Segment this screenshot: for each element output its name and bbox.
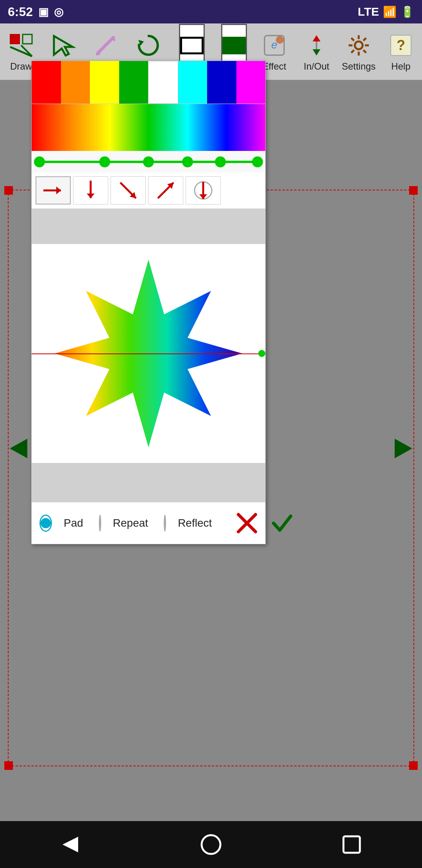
svg-line-3 (98, 38, 113, 53)
history-icon (134, 31, 162, 59)
gradient-dialog: Pad Repeat Reflect (31, 61, 266, 544)
swatch-orange[interactable] (61, 61, 90, 104)
direction-row (32, 172, 265, 209)
svg-point-10 (276, 36, 284, 44)
swatch-yellow[interactable] (90, 61, 119, 104)
slider-thumb-4[interactable] (215, 156, 226, 167)
dir-btn-diagonal-up[interactable] (148, 176, 183, 204)
bottom-options: Pad Repeat Reflect (32, 502, 265, 544)
gradient-slider-row[interactable] (32, 151, 265, 172)
swatch-magenta[interactable] (236, 61, 266, 104)
handle-bl[interactable] (4, 761, 13, 770)
sim-icon: ▣ (38, 5, 48, 18)
svg-marker-26 (395, 439, 412, 458)
swatch-red[interactable] (32, 61, 61, 104)
gradient-line-handle[interactable] (258, 350, 265, 357)
svg-marker-13 (313, 49, 320, 56)
svg-point-14 (355, 41, 363, 49)
svg-rect-43 (343, 836, 360, 853)
radio-pad-dot (41, 518, 51, 528)
svg-line-22 (351, 50, 354, 53)
toolbar-inout[interactable]: In/Out (295, 26, 338, 77)
arrow-right[interactable] (395, 437, 414, 465)
inout-label: In/Out (304, 61, 329, 72)
status-right: LTE 📶 🔋 (358, 5, 414, 18)
swatch-green[interactable] (119, 61, 148, 104)
back-button[interactable] (55, 829, 86, 860)
dir-btn-right[interactable] (36, 176, 71, 204)
svg-marker-28 (56, 187, 61, 194)
effect-label: Effect (263, 61, 286, 72)
fill-icon (220, 31, 248, 59)
dir-btn-radial[interactable] (186, 176, 221, 204)
status-bar: 6:52 ▣ ◎ LTE 📶 🔋 (0, 0, 422, 23)
svg-marker-25 (10, 439, 27, 458)
star-preview (32, 244, 265, 463)
svg-rect-0 (10, 34, 20, 44)
help-icon: ? (387, 31, 415, 59)
reflect-label: Reflect (178, 517, 212, 529)
svg-line-19 (351, 38, 354, 41)
lte-label: LTE (358, 5, 379, 18)
svg-line-21 (363, 38, 366, 41)
settings-icon (345, 31, 373, 59)
signal-icon: 📶 (383, 5, 397, 18)
time-display: 6:52 (8, 5, 33, 19)
draw-icon (7, 31, 35, 59)
handle-tl[interactable] (4, 186, 13, 195)
toolbar-settings[interactable]: Settings (338, 26, 380, 77)
cancel-button[interactable] (235, 509, 259, 537)
status-left: 6:52 ▣ ◎ (8, 5, 63, 19)
effect-icon: e (260, 31, 288, 59)
home-button[interactable] (195, 829, 227, 860)
help-label: Help (391, 61, 410, 72)
slider-thumb-2[interactable] (143, 156, 154, 167)
target-icon: ◎ (54, 5, 63, 18)
handle-br[interactable] (409, 761, 418, 770)
edit-icon (91, 31, 120, 59)
stroke-icon (178, 31, 206, 59)
gradient-line (32, 353, 265, 354)
battery-icon: 🔋 (401, 5, 414, 18)
draw-label: Draw (10, 61, 32, 72)
svg-line-1 (10, 47, 32, 56)
radio-reflect[interactable] (164, 515, 166, 532)
radio-repeat[interactable] (99, 515, 101, 532)
arrow-left[interactable] (8, 437, 27, 465)
gradient-slider-track[interactable] (39, 161, 257, 163)
settings-label: Settings (342, 61, 376, 72)
nav-bar (0, 821, 422, 868)
dir-btn-down[interactable] (73, 176, 108, 204)
color-swatches (32, 61, 265, 104)
inout-icon (302, 31, 331, 59)
handle-tr[interactable] (409, 186, 418, 195)
gradient-display (32, 104, 265, 151)
svg-marker-30 (87, 194, 95, 198)
select-icon (49, 31, 77, 59)
dir-btn-diagonal-down[interactable] (111, 176, 146, 204)
slider-thumb-1[interactable] (99, 156, 110, 167)
slider-thumb-0[interactable] (34, 156, 45, 167)
confirm-button[interactable] (270, 509, 294, 537)
slider-thumb-3[interactable] (182, 156, 193, 167)
svg-marker-11 (313, 35, 320, 41)
svg-point-42 (202, 835, 220, 854)
radio-pad[interactable] (39, 515, 52, 532)
preview-bottom-gray (32, 463, 265, 502)
svg-marker-41 (63, 837, 78, 852)
repeat-label: Repeat (113, 517, 148, 529)
swatch-white[interactable] (148, 61, 178, 104)
recents-button[interactable] (336, 829, 367, 860)
svg-text:?: ? (397, 37, 405, 53)
preview-top-gray (32, 209, 265, 244)
svg-line-20 (363, 50, 366, 53)
swatch-blue[interactable] (207, 61, 236, 104)
svg-line-5 (96, 54, 100, 55)
pad-label: Pad (64, 517, 83, 529)
swatch-cyan[interactable] (178, 61, 207, 104)
slider-thumb-5[interactable] (252, 156, 263, 167)
toolbar-help[interactable]: ? Help (380, 26, 422, 77)
